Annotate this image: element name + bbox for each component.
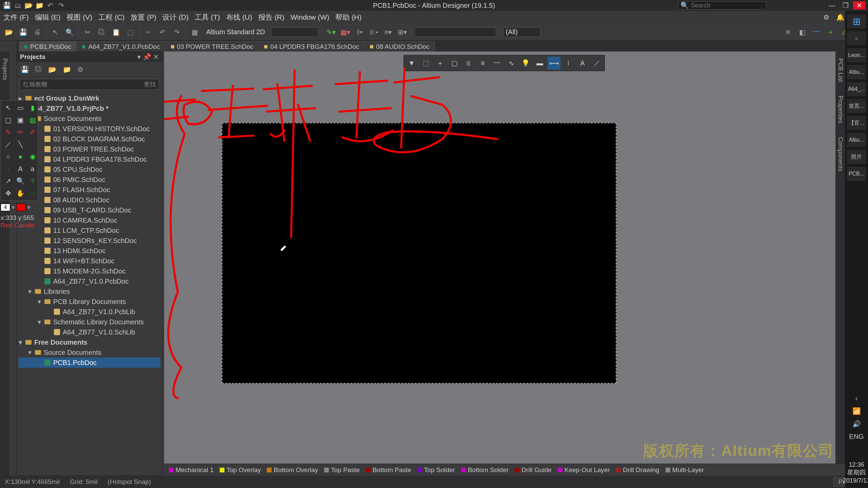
wave-icon[interactable]: 〰	[811, 27, 822, 38]
box-btn[interactable]: ▢	[448, 57, 461, 69]
layer-tab[interactable]: Bottom Paste	[366, 466, 411, 474]
copy-icon[interactable]: ⿻	[96, 27, 107, 38]
tree-row[interactable]: 11 LCM_CTP.SchDoc	[19, 225, 160, 236]
save-button[interactable]: 💾	[18, 27, 28, 38]
size-value[interactable]: 4	[1, 204, 10, 211]
task-item[interactable]: 【官...	[847, 116, 866, 130]
redo-icon[interactable]: ↷	[57, 1, 65, 9]
tree-row[interactable]: ▾S4_ZB77_V1.0.PrjPcb *	[19, 103, 160, 114]
pcb-canvas[interactable]: ▼ ⬚ ＋ ▢ ⫼ ≡ 〰 ∿ 💡 ▬ ⟷ ⁞ A ／	[164, 52, 844, 464]
cut-icon[interactable]: ✂	[82, 27, 93, 38]
menu-reports[interactable]: 报告 (R)	[258, 13, 284, 22]
tree-row[interactable]: 06 PMIC.SchDoc	[19, 175, 160, 185]
tree-row[interactable]: A64_ZB77_V1.0.SchLib	[19, 327, 160, 337]
panel-search[interactable]: 红烛教鞭 查找	[20, 79, 159, 90]
tree-row[interactable]: ▸ect Group 1.DsnWrk	[19, 93, 160, 103]
save-all-icon[interactable]: 🗂	[14, 1, 22, 9]
circle-fill-icon[interactable]: ●	[15, 151, 25, 162]
rect2-icon[interactable]: ▣	[15, 115, 25, 125]
dim2-btn[interactable]: ⁞	[562, 57, 575, 69]
line2-icon[interactable]: ╲	[15, 139, 25, 149]
hand-icon[interactable]: ✋	[15, 188, 25, 198]
grid-icon[interactable]: ⊞▾	[397, 27, 408, 38]
bar-btn[interactable]: ⫼	[462, 57, 475, 69]
lang-indicator[interactable]: ENG	[849, 433, 864, 441]
task-item[interactable]: Altiu...	[847, 133, 866, 147]
open-icon[interactable]: 📂	[24, 1, 33, 9]
search-input[interactable]	[691, 2, 759, 9]
tree-row[interactable]: A64_ZB77_V1.0.PcbDoc	[19, 276, 160, 286]
tree-row[interactable]: 10 CAMREA.SchDoc	[19, 215, 160, 225]
layer-tab[interactable]: Bottom Overlay	[267, 466, 318, 474]
restore-button[interactable]: ❐	[840, 1, 852, 9]
menu-edit[interactable]: 编辑 (E)	[35, 13, 61, 22]
tree-row[interactable]: PCB1.PcbDoc	[19, 358, 160, 368]
wave-btn[interactable]: ∿	[505, 57, 518, 69]
dot-icon[interactable]: ·	[3, 164, 13, 174]
fill-icon[interactable]: ▮	[27, 103, 38, 113]
annotation-palette[interactable]: ↖ ▭ ▮ ▢ ▣ ▤ ✎ ✏ ✐ ／ ╲ ○ ● ◉ · A a ↗ 🔍 ? …	[1, 100, 38, 201]
flag-btn[interactable]: ▬	[533, 57, 546, 69]
task-item[interactable]: 照片	[847, 150, 866, 164]
components-tab[interactable]: Components	[837, 137, 844, 171]
menu-view[interactable]: 视图 (V)	[66, 13, 92, 22]
tree-row[interactable]: 09 USB_T-CARD.SchDoc	[19, 205, 160, 215]
folder2-icon[interactable]: 📁	[63, 65, 71, 74]
tree-row[interactable]: 02 BLOCK DIAGRAM.SchDoc	[19, 134, 160, 144]
zoom2-icon[interactable]: 🔍	[15, 176, 25, 186]
cursor-icon[interactable]: ↖	[50, 27, 61, 38]
layer-tab[interactable]: Top Solder	[417, 466, 455, 474]
select-btn[interactable]: ⬚	[419, 57, 432, 69]
zoom-icon[interactable]: 🔍	[64, 27, 75, 38]
layer-tab[interactable]: Bottom Solder	[461, 466, 509, 474]
tree-row[interactable]: 13 HDMI.SchDoc	[19, 246, 160, 256]
task-item[interactable]: Altiu...	[847, 65, 866, 79]
tree-row[interactable]: 08 AUDIO.SchDoc	[19, 195, 160, 205]
erase-icon[interactable]: ▭	[15, 103, 25, 113]
tree-row[interactable]: A64_ZB77_V1.0.PcbLib	[19, 307, 160, 317]
layer-tab[interactable]: Keep-Out Layer	[558, 466, 610, 474]
tree-row[interactable]: 07 FLASH.SchDoc	[19, 185, 160, 195]
stamp-icon[interactable]: ⬚	[125, 27, 136, 38]
tree-row[interactable]: 04 LPDDR3 FBGA178.SchDoc	[19, 154, 160, 164]
rect-icon[interactable]: ▢	[3, 115, 13, 125]
circle3-icon[interactable]: ◉	[27, 151, 38, 162]
paste-icon[interactable]: 📋	[111, 27, 121, 38]
minimize-button[interactable]: —	[826, 1, 838, 9]
layer-tab[interactable]: Mechanical 1	[169, 466, 214, 474]
doc-tab[interactable]: 03 POWER TREE.SchDoc	[166, 41, 259, 52]
layers-icon[interactable]: ▦▾	[340, 27, 351, 38]
print-button[interactable]: 🖨	[32, 27, 43, 38]
add-btn[interactable]: ＋	[434, 57, 447, 69]
tree-row[interactable]: 14 WIFI+BT.SchDoc	[19, 256, 160, 266]
move-icon[interactable]: ✥	[3, 188, 13, 198]
more-icon[interactable]: ⋯	[27, 188, 38, 198]
layer-tab[interactable]: Multi-Layer	[666, 466, 704, 474]
pin2-icon[interactable]: 📌	[143, 53, 151, 61]
filter-dropdown[interactable]	[415, 27, 496, 37]
stack-btn[interactable]: ≡	[476, 57, 489, 69]
bulb-btn[interactable]: 💡	[519, 57, 532, 69]
view-mode-dropdown[interactable]	[271, 27, 318, 37]
text-btn[interactable]: A	[576, 57, 589, 69]
project-tree[interactable]: ▸ect Group 1.DsnWrk▾S4_ZB77_V1.0.PrjPcb …	[17, 92, 162, 475]
start-button[interactable]: ⊞	[847, 14, 866, 28]
menu-design[interactable]: 设计 (D)	[162, 13, 189, 22]
folder-icon[interactable]: 📁	[35, 1, 43, 9]
curve-btn[interactable]: 〰	[491, 57, 504, 69]
panel-close-icon[interactable]: ✕	[153, 53, 159, 61]
tree-row[interactable]: ▾Libraries	[19, 286, 160, 297]
rect3-icon[interactable]: ▤	[27, 115, 38, 125]
wifi-icon[interactable]: 📶	[852, 407, 861, 415]
menu-tools[interactable]: 工具 (T)	[195, 13, 220, 22]
tree-row[interactable]: ▾Free Documents	[19, 337, 160, 347]
task-item[interactable]: A64_...	[847, 82, 866, 96]
pcblist-tab[interactable]: PCB List	[837, 58, 844, 82]
filter-all-dropdown[interactable]: (All)	[503, 27, 540, 37]
task-item[interactable]: Leon...	[847, 48, 866, 62]
menu-window[interactable]: Window (W)	[291, 13, 329, 21]
tree-row[interactable]: ▾Schematic Library Documents	[19, 317, 160, 327]
open-button[interactable]: 📂	[3, 27, 14, 38]
color-picker-row[interactable]: 4 ▾ ▾	[1, 203, 31, 211]
compile-icon[interactable]: ⿻	[35, 65, 42, 73]
